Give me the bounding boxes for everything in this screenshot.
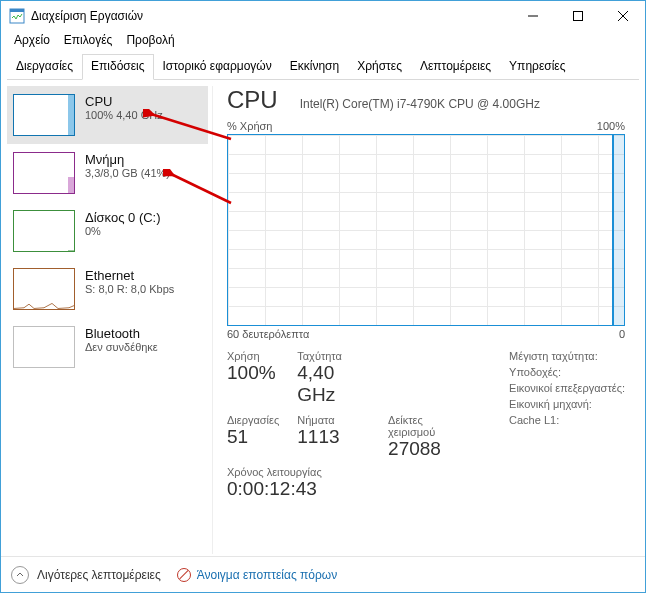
open-resmon-link[interactable]: Άνοιγμα εποπτείας πόρων xyxy=(177,568,338,582)
window-title: Διαχείριση Εργασιών xyxy=(31,9,510,23)
chart-y-max: 100% xyxy=(597,120,625,132)
tab-users[interactable]: Χρήστες xyxy=(348,54,411,80)
titlebar: Διαχείριση Εργασιών xyxy=(1,1,645,31)
disk-sub: 0% xyxy=(85,225,161,237)
open-resmon-label: Άνοιγμα εποπτείας πόρων xyxy=(197,568,338,582)
sidebar-item-ethernet[interactable]: Ethernet S: 8,0 R: 8,0 Kbps xyxy=(7,260,208,318)
tabstrip: Διεργασίες Επιδόσεις Ιστορικό εφαρμογών … xyxy=(7,53,639,80)
content: CPU 100% 4,40 GHz Μνήμη 3,3/8,0 GB (41%)… xyxy=(1,80,645,560)
menu-options[interactable]: Επιλογές xyxy=(57,31,120,51)
threads-value: 1113 xyxy=(297,426,370,448)
ethernet-thumb xyxy=(13,268,75,310)
cpu-sub: 100% 4,40 GHz xyxy=(85,109,163,121)
tab-services[interactable]: Υπηρεσίες xyxy=(500,54,574,80)
cpu-name: Intel(R) Core(TM) i7-4790K CPU @ 4.00GHz xyxy=(300,97,540,111)
ethernet-label: Ethernet xyxy=(85,268,174,283)
resmon-icon xyxy=(177,568,191,582)
sidebar-item-cpu[interactable]: CPU 100% 4,40 GHz xyxy=(7,86,208,144)
menubar: Αρχείο Επιλογές Προβολή xyxy=(1,31,645,51)
footer: Λιγότερες λεπτομέρειες Άνοιγμα εποπτείας… xyxy=(1,556,645,592)
usage-label: Χρήση xyxy=(227,350,279,362)
tab-processes[interactable]: Διεργασίες xyxy=(7,54,82,80)
memory-label: Μνήμη xyxy=(85,152,170,167)
maximize-button[interactable] xyxy=(555,1,600,31)
memory-sub: 3,3/8,0 GB (41%) xyxy=(85,167,170,179)
svg-rect-3 xyxy=(573,12,582,21)
sockets-label: Υποδοχές: xyxy=(509,366,625,378)
tab-startup[interactable]: Εκκίνηση xyxy=(281,54,348,80)
sidebar-item-disk[interactable]: Δίσκος 0 (C:) 0% xyxy=(7,202,208,260)
cpu-usage-chart[interactable] xyxy=(227,134,625,326)
threads-label: Νήματα xyxy=(297,414,370,426)
svg-rect-1 xyxy=(10,9,24,12)
minimize-button[interactable] xyxy=(510,1,555,31)
close-button[interactable] xyxy=(600,1,645,31)
bluetooth-label: Bluetooth xyxy=(85,326,158,341)
max-speed-label: Μέγιστη ταχύτητα: xyxy=(509,350,625,362)
handles-label: Δείκτες χειρισμού xyxy=(388,414,469,438)
vm-label: Εικονική μηχανή: xyxy=(509,398,625,410)
fewer-details-link[interactable]: Λιγότερες λεπτομέρειες xyxy=(37,568,161,582)
l1-label: Cache L1: xyxy=(509,414,625,426)
menu-view[interactable]: Προβολή xyxy=(119,31,181,51)
chart-y-label: % Χρήση xyxy=(227,120,272,132)
chart-x-min: 0 xyxy=(619,328,625,340)
uptime-value: 0:00:12:43 xyxy=(227,478,469,500)
memory-thumb xyxy=(13,152,75,194)
tab-app-history[interactable]: Ιστορικό εφαρμογών xyxy=(154,54,281,80)
sidebar-item-bluetooth[interactable]: Bluetooth Δεν συνδέθηκε xyxy=(7,318,208,376)
usage-value: 100% xyxy=(227,362,279,384)
procs-label: Διεργασίες xyxy=(227,414,279,426)
virt-cpus-label: Εικονικοί επεξεργαστές: xyxy=(509,382,625,394)
bluetooth-thumb xyxy=(13,326,75,368)
sidebar: CPU 100% 4,40 GHz Μνήμη 3,3/8,0 GB (41%)… xyxy=(7,86,213,554)
procs-value: 51 xyxy=(227,426,279,448)
cpu-thumb xyxy=(13,94,75,136)
page-title: CPU xyxy=(227,86,278,114)
disk-thumb xyxy=(13,210,75,252)
main-panel: CPU Intel(R) Core(TM) i7-4790K CPU @ 4.0… xyxy=(213,86,639,554)
chart-x-label: 60 δευτερόλεπτα xyxy=(227,328,309,340)
chevron-up-icon[interactable] xyxy=(11,566,29,584)
tab-performance[interactable]: Επιδόσεις xyxy=(82,54,154,80)
handles-value: 27088 xyxy=(388,438,469,460)
menu-file[interactable]: Αρχείο xyxy=(7,31,57,51)
speed-label: Ταχύτητα xyxy=(297,350,370,362)
tab-details[interactable]: Λεπτομέρειες xyxy=(411,54,500,80)
uptime-label: Χρόνος λειτουργίας xyxy=(227,466,469,478)
disk-label: Δίσκος 0 (C:) xyxy=(85,210,161,225)
ethernet-sub: S: 8,0 R: 8,0 Kbps xyxy=(85,283,174,295)
app-icon xyxy=(9,8,25,24)
speed-value: 4,40 GHz xyxy=(297,362,370,406)
bluetooth-sub: Δεν συνδέθηκε xyxy=(85,341,158,353)
sidebar-item-memory[interactable]: Μνήμη 3,3/8,0 GB (41%) xyxy=(7,144,208,202)
cpu-label: CPU xyxy=(85,94,163,109)
